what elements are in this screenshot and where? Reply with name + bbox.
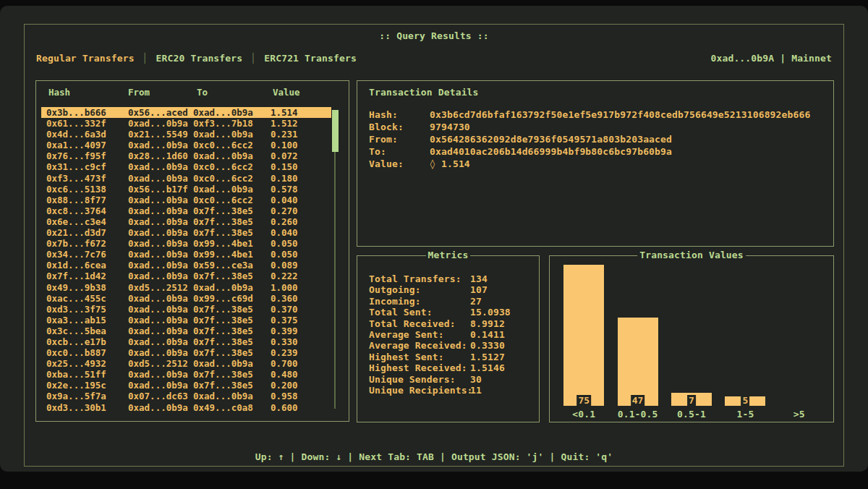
cell-from: 0xad...0b9a	[128, 380, 188, 391]
table-row[interactable]: 0xac...455c0xad...0b9a0x99...c69d0.360	[41, 293, 331, 304]
cell-from: 0xad...0b9a	[128, 336, 188, 347]
metric-label: Unique Senders:	[369, 374, 470, 385]
column-header-to: To	[197, 87, 208, 98]
cell-to: 0xad...0b9a	[193, 150, 253, 161]
table-row[interactable]: 0x21...d3d70xad...0b9a0x7f...38e50.040	[41, 227, 331, 238]
cell-to: 0x7f...38e5	[193, 271, 253, 281]
table-row[interactable]: 0xd3...3f750xad...0b9a0x7f...38e50.370	[41, 304, 331, 315]
scrollbar-thumb[interactable]	[332, 110, 339, 152]
detail-field-value: 9794730	[430, 121, 470, 133]
table-row[interactable]: 0xcb...e17b0xad...0b9a0x7f...38e50.330	[41, 336, 331, 347]
cell-from: 0xad...0b9a	[128, 249, 188, 260]
table-row[interactable]: 0x76...f95f0x28...1d600xad...0b9a0.072	[41, 150, 331, 161]
detail-field-value: 0x564286362092d8e7936f0549571a803b203aac…	[430, 133, 672, 145]
table-row[interactable]: 0xf3...473f0xad...0b9a0xc0...6cc20.180	[41, 173, 331, 184]
bar-count-label: 7	[687, 395, 696, 406]
table-row[interactable]: 0xc8...37640xad...0b9a0x7f...38e50.270	[41, 205, 331, 216]
x-axis-label: 0.5-1	[665, 409, 718, 420]
table-row[interactable]: 0x7f...1d420xad...0b9a0x7f...38e50.222	[41, 271, 331, 281]
transfers-table-panel: Hash From To Value 0x3b...b6660x56...ace…	[35, 80, 349, 422]
table-row[interactable]: 0x9a...5f7a0x07...dc630xad...0b9a0.958	[41, 391, 331, 401]
table-row[interactable]: 0x88...8f770xad...0b9a0xc0...6cc20.040	[41, 195, 331, 205]
bar	[563, 265, 604, 406]
tab-separator: │	[142, 53, 148, 64]
table-row[interactable]: 0xa3...ab150xad...0b9a0x7f...38e50.375	[41, 315, 331, 326]
cell-to: 0x99...4be1	[193, 249, 253, 260]
cell-to: 0x49...c0a8	[193, 402, 253, 413]
detail-field-label: To:	[369, 145, 430, 158]
cell-hash: 0x3c...5bea	[46, 326, 106, 336]
tab-erc20-transfers[interactable]: ERC20 Transfers	[156, 53, 243, 64]
cell-from: 0xad...0b9a	[128, 216, 188, 227]
cell-from: 0xd5...2512	[128, 282, 188, 293]
cell-value: 0.578	[271, 184, 298, 195]
cell-to: 0xad...0b9a	[193, 107, 253, 118]
table-row[interactable]: 0xd3...30b10xad...0b9a0x49...c0a80.600	[41, 402, 331, 413]
cell-from: 0xad...0b9a	[128, 118, 188, 129]
table-row[interactable]: 0xc0...b8870xad...0b9a0x7f...38e50.239	[41, 347, 331, 358]
x-axis-label: <0.1	[557, 409, 610, 420]
table-row[interactable]: 0xba...51ff0xad...0b9a0x7f...38e50.480	[41, 369, 331, 380]
table-scrollbar[interactable]	[329, 81, 341, 421]
table-row[interactable]: 0xc6...51380x56...b17f0xad...0b9a0.578	[41, 184, 331, 195]
metric-label: Unique Recipients:	[369, 385, 470, 396]
cell-value: 0.370	[271, 304, 298, 315]
cell-to: 0x99...c69d	[193, 293, 253, 304]
table-row[interactable]: 0x3b...b6660x56...aced0xad...0b9a1.514	[41, 107, 331, 118]
table-row[interactable]: 0x4d...6a3d0x21...55490xad...0b9a0.231	[41, 129, 331, 140]
detail-field-value: 0x3b6cd7d6bfaf163792f50e1ef5e917b972f408…	[430, 109, 810, 121]
table-row[interactable]: 0x7b...f6720xad...0b9a0x99...4be10.050	[41, 238, 331, 249]
cell-from: 0x56...b17f	[128, 184, 188, 195]
metric-item: Highest Sent:1.5127	[369, 352, 533, 362]
metric-item: Highest Received:1.5146	[369, 362, 533, 373]
table-row[interactable]: 0x6e...c3e40xad...0b9a0x7f...38e50.260	[41, 216, 331, 227]
chart-x-axis: <0.10.1-0.50.5-11-5>5	[557, 409, 826, 420]
table-row[interactable]: 0x31...c9cf0xad...0b9a0xc0...6cc20.150	[41, 161, 331, 172]
page-title: :: Query Results ::	[25, 30, 843, 41]
scrollbar-track[interactable]	[334, 152, 336, 409]
cell-from: 0xad...0b9a	[128, 195, 188, 205]
metric-item: Average Sent:0.1411	[369, 329, 533, 340]
metric-value: 1.5127	[470, 352, 505, 362]
table-row[interactable]: 0x61...332f0xad...0b9a0xf3...7b181.512	[41, 118, 331, 129]
table-row[interactable]: 0x1d...6cea0xad...0b9a0x59...ce3a0.089	[41, 260, 331, 271]
table-row[interactable]: 0x34...7c760xad...0b9a0x99...4be10.050	[41, 249, 331, 260]
cell-value: 0.222	[271, 271, 298, 281]
cell-hash: 0xa1...4097	[46, 140, 106, 150]
chart-plot-area: 754775	[557, 265, 826, 406]
cell-hash: 0x3b...b666	[46, 107, 106, 118]
cell-value: 0.040	[271, 227, 298, 238]
tab-erc721-transfers[interactable]: ERC721 Transfers	[264, 53, 357, 64]
keybindings-help: Up: ↑ | Down: ↓ | Next Tab: TAB | Output…	[25, 451, 843, 462]
cell-from: 0xd5...2512	[128, 358, 188, 369]
detail-field: Hash:0x3b6cd7d6bfaf163792f50e1ef5e917b97…	[369, 109, 826, 121]
table-row[interactable]: 0x3c...5bea0xad...0b9a0x7f...38e50.399	[41, 326, 331, 336]
bar-slot: 7	[665, 265, 718, 406]
table-row[interactable]: 0x25...49320xd5...25120xad...0b9a0.700	[41, 358, 331, 369]
detail-field-label: Block:	[369, 121, 430, 133]
cell-hash: 0x4d...6a3d	[46, 129, 106, 140]
cell-value: 1.512	[271, 118, 298, 129]
metric-value: 15.0938	[470, 307, 511, 318]
x-axis-label: >5	[773, 409, 826, 420]
cell-to: 0x7f...38e5	[193, 369, 253, 380]
cell-from: 0x07...dc63	[128, 391, 188, 401]
metrics-panel: Metrics Total Transfers:134Outgoing:107I…	[357, 255, 540, 422]
table-body: 0x3b...b6660x56...aced0xad...0b9a1.5140x…	[36, 107, 349, 413]
tab-regular-transfers[interactable]: Regular Transfers	[36, 53, 135, 64]
cell-hash: 0xd3...3f75	[46, 304, 106, 315]
table-row[interactable]: 0x49...9b380xd5...25120xad...0b9a1.000	[41, 282, 331, 293]
detail-field: From:0x564286362092d8e7936f0549571a803b2…	[369, 133, 826, 145]
metric-label: Incoming:	[369, 296, 470, 307]
cell-to: 0x7f...38e5	[193, 380, 253, 391]
cell-value: 1.514	[271, 107, 298, 118]
chart-title: Transaction Values	[637, 250, 746, 260]
table-row[interactable]: 0x2e...195c0xad...0b9a0x7f...38e50.200	[41, 380, 331, 391]
table-row[interactable]: 0xa1...40970xad...0b9a0xc0...6cc20.100	[41, 140, 331, 150]
cell-to: 0x99...4be1	[193, 238, 253, 249]
cell-hash: 0xa3...ab15	[46, 315, 106, 326]
cell-to: 0x7f...38e5	[193, 315, 253, 326]
metric-item: Average Received:0.3330	[369, 340, 533, 351]
cell-to: 0x7f...38e5	[193, 336, 253, 347]
cell-hash: 0xc0...b887	[46, 347, 106, 358]
